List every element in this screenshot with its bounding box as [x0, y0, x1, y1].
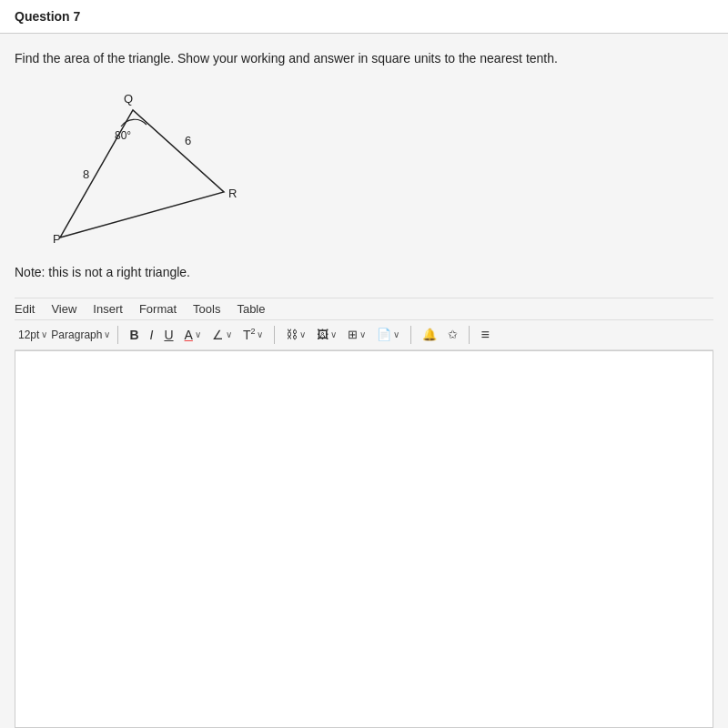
lamp-icon: 🔔 — [422, 328, 437, 341]
highlight-icon: ∠ — [212, 328, 224, 342]
italic-button[interactable]: I — [147, 326, 157, 344]
image-chevron: ∨ — [330, 329, 337, 339]
highlight-chevron: ∨ — [226, 329, 232, 339]
list-icon: ≡ — [480, 327, 489, 343]
superscript-chevron: ∨ — [257, 329, 263, 339]
image-icon: 🖼 — [317, 328, 329, 341]
divider-4 — [469, 326, 470, 344]
question-text: Find the area of the triangle. Show your… — [15, 50, 713, 68]
table-button[interactable]: ⊞ ∨ — [344, 326, 369, 343]
menu-insert[interactable]: Insert — [93, 302, 123, 316]
paragraph-chevron: ∨ — [104, 329, 110, 339]
superscript-icon: T2 — [243, 327, 256, 342]
file-chevron: ∨ — [393, 329, 399, 339]
font-color-chevron: ∨ — [195, 329, 201, 339]
divider-1 — [117, 326, 118, 344]
svg-text:Q: Q — [124, 92, 133, 106]
superscript-button[interactable]: T2 ∨ — [239, 325, 268, 344]
menu-format[interactable]: Format — [139, 302, 177, 316]
file-button[interactable]: 📄 ∨ — [373, 326, 403, 343]
file-icon: 📄 — [377, 328, 391, 341]
question-header: Question 7 — [0, 0, 728, 34]
menu-table[interactable]: Table — [237, 302, 265, 316]
link-chevron: ∨ — [299, 329, 306, 339]
triangle-svg: Q P R 80° 8 6 — [33, 83, 269, 256]
note-text: Note: this is not a right triangle. — [15, 265, 713, 279]
question-body: Find the area of the triangle. Show your… — [0, 34, 728, 728]
highlight-button[interactable]: ∠ ∨ — [208, 326, 236, 344]
font-size-select[interactable]: 12pt ∨ — [18, 329, 47, 341]
paragraph-label: Paragraph — [51, 329, 102, 341]
star-button[interactable]: ✩ — [444, 326, 461, 343]
menu-view[interactable]: View — [51, 302, 76, 316]
menu-tools[interactable]: Tools — [193, 302, 220, 316]
divider-3 — [410, 326, 411, 344]
underline-button[interactable]: U — [160, 326, 177, 344]
font-color-button[interactable]: A ∨ — [181, 326, 205, 344]
svg-text:8: 8 — [83, 167, 89, 181]
svg-text:80°: 80° — [115, 129, 131, 142]
list-button[interactable]: ≡ — [477, 325, 492, 345]
bold-button[interactable]: B — [126, 326, 142, 344]
lamp-button[interactable]: 🔔 — [419, 326, 440, 343]
link-button[interactable]: ⛓ ∨ — [282, 326, 309, 343]
triangle-diagram: Q P R 80° 8 6 — [33, 83, 269, 256]
editor-area[interactable] — [15, 350, 713, 728]
table-icon: ⊞ — [348, 328, 358, 341]
font-size-label: 12pt — [18, 329, 39, 341]
image-button[interactable]: 🖼 ∨ — [313, 326, 340, 343]
star-icon: ✩ — [448, 328, 458, 341]
paragraph-select[interactable]: Paragraph ∨ — [51, 329, 110, 341]
divider-2 — [274, 326, 275, 344]
svg-text:P: P — [53, 232, 61, 246]
font-color-icon: A — [185, 328, 193, 342]
link-icon: ⛓ — [286, 328, 298, 341]
toolbar: 12pt ∨ Paragraph ∨ B I U A — [15, 319, 713, 350]
font-size-chevron: ∨ — [41, 329, 47, 339]
question-title: Question 7 — [15, 9, 80, 24]
editor-menu-bar: Edit View Insert Format Tools Table — [15, 298, 713, 319]
page-container: Question 7 Find the area of the triangle… — [0, 0, 728, 728]
svg-text:6: 6 — [185, 134, 191, 147]
menu-edit[interactable]: Edit — [15, 302, 35, 316]
svg-text:R: R — [228, 187, 237, 200]
table-chevron: ∨ — [359, 329, 366, 339]
